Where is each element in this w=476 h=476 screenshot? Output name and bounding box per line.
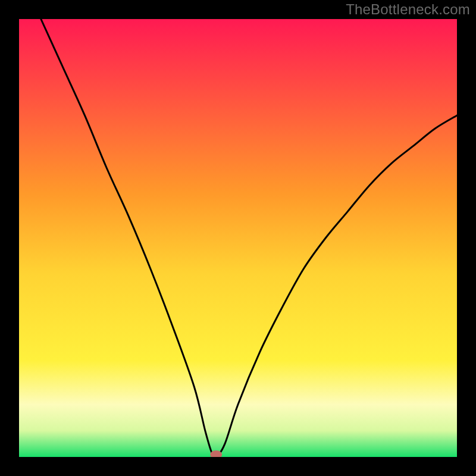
watermark-label: TheBottleneck.com xyxy=(346,1,470,18)
bottleneck-chart xyxy=(0,0,476,476)
plot-background-gradient xyxy=(19,19,457,457)
chart-container: TheBottleneck.com xyxy=(0,0,476,476)
